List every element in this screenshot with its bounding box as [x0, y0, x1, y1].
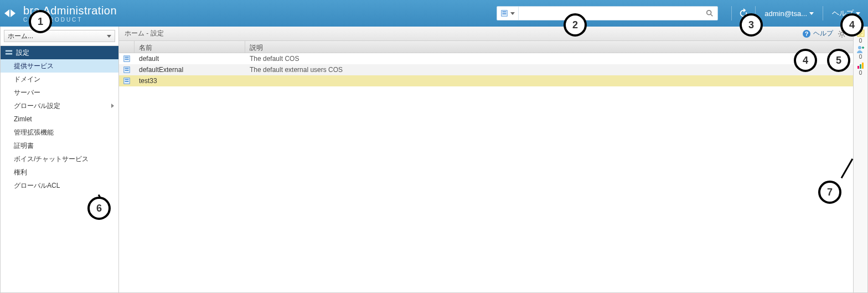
row-description: The default external users COS: [245, 66, 853, 74]
rail-item-3[interactable]: 0: [855, 61, 866, 76]
rail-item-2[interactable]: 0: [855, 45, 866, 60]
refresh-button[interactable]: [737, 7, 750, 19]
caret-down-icon: [107, 35, 111, 38]
forward-button[interactable]: [11, 9, 16, 17]
row-name: test33: [135, 77, 245, 85]
cos-icon: [123, 55, 131, 63]
top-help-menu[interactable]: ヘルプ: [829, 8, 864, 18]
svg-rect-1: [503, 12, 507, 13]
search-icon: [706, 9, 714, 17]
sidebar-item[interactable]: 権利: [1, 166, 118, 179]
home-selector[interactable]: ホーム...: [4, 30, 115, 42]
row-name: defaultExternal: [135, 66, 245, 74]
caret-down-icon: [809, 12, 814, 15]
brand-block: bra Administration COR PRODUCT: [23, 4, 117, 23]
svg-rect-6: [6, 53, 12, 55]
sidebar-item[interactable]: ドメイン: [1, 73, 118, 86]
rail-item-1[interactable]: 0: [855, 29, 866, 44]
chart-icon: [856, 61, 865, 70]
caret-down-icon: [856, 12, 860, 15]
content-help-label: ヘルプ: [813, 29, 833, 38]
sidebar-item-label: 管理拡張機能: [14, 128, 54, 137]
row-icon-cell: [119, 77, 135, 85]
search-button[interactable]: [702, 7, 717, 20]
sidebar-item[interactable]: 証明書: [1, 139, 118, 152]
column-name-header[interactable]: 名前: [135, 41, 245, 53]
chevron-right-icon: [111, 104, 114, 108]
content-help-link[interactable]: ? ヘルプ: [802, 29, 833, 38]
row-description: The default COS: [245, 55, 853, 63]
help-icon: ?: [802, 29, 811, 38]
svg-point-28: [858, 46, 861, 49]
back-button[interactable]: [4, 9, 9, 17]
svg-rect-19: [125, 57, 129, 58]
table-row[interactable]: test33: [119, 75, 853, 86]
history-nav: [4, 9, 16, 17]
sidebar-item[interactable]: 提供サービス: [1, 59, 118, 73]
svg-rect-20: [125, 59, 129, 60]
sidebar-item[interactable]: 管理拡張機能: [1, 126, 118, 139]
table-body: defaultThe default COSdefaultExternalThe…: [119, 53, 853, 292]
svg-text:?: ?: [805, 30, 809, 37]
sidebar-item-label: サーバー: [14, 88, 40, 97]
sidebar-item-label: 権利: [14, 168, 27, 177]
settings-icon: [5, 49, 13, 56]
svg-rect-5: [6, 50, 12, 52]
svg-rect-22: [125, 68, 129, 69]
global-search: [497, 6, 718, 20]
main-panel: ホーム - 設定 ? ヘルプ 名前 説明 defaultThe default …: [119, 27, 853, 292]
cos-icon: [123, 66, 131, 74]
caret-down-icon: [510, 12, 515, 15]
rail-count-2: 0: [859, 54, 862, 60]
user-label: admin@tsa...: [764, 9, 807, 18]
table-row[interactable]: defaultExternalThe default external user…: [119, 64, 853, 75]
svg-rect-25: [125, 79, 129, 80]
svg-rect-30: [860, 64, 861, 69]
svg-line-17: [844, 30, 845, 32]
top-bar: bra Administration COR PRODUCT admin@tsa…: [0, 0, 868, 27]
sidebar-item-label: グローバル設定: [14, 101, 60, 111]
sidebar-item[interactable]: Zimlet: [1, 112, 118, 126]
table-row[interactable]: defaultThe default COS: [119, 53, 853, 64]
sidebar: ホーム... 設定 提供サービスドメインサーバーグローバル設定Zimlet管理拡…: [1, 27, 119, 292]
table-settings-button[interactable]: [836, 28, 848, 39]
sidebar-item[interactable]: グローバル設定: [1, 99, 118, 112]
nav-section-settings[interactable]: 設定: [1, 46, 118, 59]
cos-icon: [123, 77, 131, 85]
row-icon-cell: [119, 66, 135, 74]
breadcrumb: ホーム - 設定: [125, 29, 164, 38]
sidebar-item-label: グローバルACL: [14, 181, 60, 191]
sidebar-item-label: 提供サービス: [14, 61, 54, 71]
sidebar-item[interactable]: ボイス/チャットサービス: [1, 152, 118, 166]
app-subtitle: COR PRODUCT: [23, 17, 117, 23]
sidebar-item-label: Zimlet: [14, 115, 32, 123]
note-icon: [856, 29, 865, 38]
user-add-icon: [856, 45, 865, 54]
home-selector-label: ホーム...: [8, 32, 33, 41]
column-handle: [119, 41, 135, 53]
svg-line-4: [711, 14, 713, 17]
svg-rect-23: [125, 70, 129, 71]
rail-count-3: 0: [859, 70, 862, 76]
app-title: bra Administration: [23, 4, 117, 17]
column-headers: 名前 説明: [119, 41, 853, 53]
search-type-dropdown[interactable]: [497, 7, 519, 20]
sidebar-item-label: ドメイン: [14, 75, 40, 84]
nav-section-label: 設定: [16, 48, 29, 58]
sidebar-item[interactable]: サーバー: [1, 86, 118, 99]
top-help-label: ヘルプ: [832, 8, 854, 18]
svg-line-15: [844, 35, 845, 37]
status-rail: 0 0 0: [853, 27, 867, 292]
column-description-header[interactable]: 説明: [245, 41, 853, 53]
app-body: ホーム... 設定 提供サービスドメインサーバーグローバル設定Zimlet管理拡…: [0, 27, 868, 293]
search-input[interactable]: [519, 9, 702, 18]
sidebar-item-label: ボイス/チャットサービス: [14, 155, 89, 164]
cos-icon: [500, 9, 508, 17]
home-selector-row: ホーム...: [1, 27, 118, 46]
row-name: default: [135, 55, 245, 63]
user-menu[interactable]: admin@tsa...: [761, 9, 817, 18]
refresh-icon: [738, 8, 748, 18]
svg-line-16: [839, 35, 840, 37]
sidebar-item[interactable]: グローバルACL: [1, 179, 118, 192]
sidebar-item-label: 証明書: [14, 141, 34, 151]
